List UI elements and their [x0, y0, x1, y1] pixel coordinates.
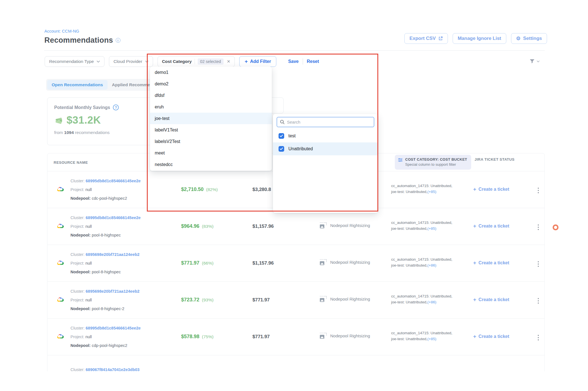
create-ticket-label: Create a ticket — [478, 224, 509, 229]
cluster-link[interactable]: 6895698e20bf721aa124eeb2 — [86, 252, 140, 257]
checkbox-checked-icon[interactable] — [279, 133, 284, 139]
dropdown-item[interactable]: labelV1Test — [150, 124, 272, 136]
dropdown-item[interactable]: meet — [150, 147, 272, 159]
viewport-clip — [0, 371, 588, 391]
bucket-option-label: Unattributed — [288, 146, 313, 151]
clear-filter-icon[interactable]: ✕ — [227, 59, 231, 64]
account-breadcrumb[interactable]: Account: CCM-NG — [44, 29, 79, 33]
gcp-icon — [56, 260, 64, 267]
nodepool-icon — [320, 333, 327, 339]
row-menu-button[interactable] — [536, 333, 541, 342]
cash-icon — [54, 116, 64, 124]
filter-recommendation-type[interactable]: Recommendation Type — [45, 56, 104, 67]
create-ticket-button[interactable]: + Create a ticket — [473, 333, 509, 340]
search-input[interactable] — [287, 120, 357, 124]
project-value: null — [85, 187, 92, 192]
dropdown-item[interactable]: joe-test — [150, 113, 272, 124]
save-filter-button[interactable]: Save — [288, 59, 298, 64]
savings-amount: $31.2K — [67, 114, 101, 126]
plus-icon: + — [473, 223, 476, 229]
project-value: null — [85, 335, 92, 339]
recommendation-count: 1094 — [64, 130, 74, 135]
dropdown-item[interactable]: eruh — [150, 101, 272, 113]
row-menu-button[interactable] — [536, 296, 541, 305]
page-title: Recommendations — [44, 36, 113, 45]
monthly-cost-cell: $771.97 — [252, 297, 270, 303]
nodepool-icon — [320, 296, 327, 302]
checkbox-checked-icon[interactable] — [279, 146, 284, 152]
plus-icon: + — [245, 58, 248, 65]
create-ticket-label: Create a ticket — [478, 187, 509, 192]
sliders-icon — [398, 158, 403, 162]
create-ticket-button[interactable]: + Create a ticket — [473, 260, 509, 266]
settings-button[interactable]: ⚙ Settings — [511, 33, 547, 44]
manage-ignore-list-button[interactable]: Manage Ignore List — [453, 33, 506, 44]
chevron-down-icon — [537, 60, 540, 62]
nodepool-icon — [320, 259, 327, 265]
tab-open-recommendations[interactable]: Open Recommendations — [47, 80, 108, 90]
column-header-cost-category[interactable]: COST CATEGORY: COST BUCKET Special colum… — [395, 155, 471, 170]
more-buckets-link[interactable]: (+86) — [427, 300, 436, 304]
export-csv-button[interactable]: Export CSV — [404, 33, 448, 44]
cluster-link[interactable]: 68995db8d1c854666145ee2e — [86, 215, 141, 220]
resource-type-cell: Nodepool Rightsizing — [320, 296, 370, 302]
search-icon — [280, 120, 285, 124]
gcp-icon — [56, 333, 64, 341]
dropdown-item[interactable]: dfdsf — [150, 90, 272, 101]
plus-icon: + — [473, 186, 476, 192]
monthly-savings-cell: $771.97 (66%) — [181, 260, 213, 266]
bucket-option[interactable]: test — [273, 129, 378, 142]
create-ticket-button[interactable]: + Create a ticket — [473, 297, 509, 303]
more-buckets-link[interactable]: (+85) — [427, 337, 436, 341]
dropdown-item[interactable]: labelsV2Test — [150, 136, 272, 147]
more-buckets-link[interactable]: (+85) — [427, 190, 436, 194]
monthly-savings-cell: $723.72 (93%) — [181, 297, 213, 303]
cost-bucket-cell: cc_automation_14715: Unattributed, joe-t… — [391, 183, 475, 195]
cluster-link[interactable]: 68995db8d1c854666145ee2e — [86, 326, 141, 330]
monthly-savings-cell: $578.98 (75%) — [181, 334, 213, 340]
row-menu-button[interactable] — [536, 223, 541, 232]
filter-cost-category[interactable]: Cost Category 02 selected ✕ — [158, 56, 235, 67]
recommendations-page: Account: CCM-NG Recommendations i Export… — [0, 0, 588, 391]
row-menu-button[interactable] — [536, 260, 541, 269]
gcp-icon — [56, 186, 64, 194]
help-icon[interactable]: ? — [113, 104, 119, 110]
monthly-cost-cell: $3,280.8 — [252, 187, 271, 192]
dropdown-item[interactable]: demo1 — [150, 67, 272, 78]
resource-type-cell: Nodepool Rightsizing — [320, 333, 370, 339]
monthly-savings-cell: $2,710.50 (82%) — [181, 187, 218, 192]
plus-icon: + — [473, 260, 476, 266]
info-icon[interactable]: i — [116, 38, 120, 43]
column-header-jira-status: JIRA TICKET STATUS — [475, 157, 514, 162]
gcp-icon — [56, 223, 64, 230]
header-divider — [44, 50, 545, 51]
cost-bucket-cell: cc_automation_14715: Unattributed, joe-t… — [391, 256, 475, 268]
cluster-link[interactable]: 68995db8d1c854666145ee2e — [86, 179, 141, 183]
cluster-link[interactable]: 6895698e20bf721aa124eeb2 — [86, 289, 140, 294]
add-filter-button[interactable]: + Add Filter — [239, 56, 276, 67]
gcp-icon — [56, 296, 64, 304]
dropdown-item[interactable]: demo2 — [150, 78, 272, 90]
funnel-icon — [529, 58, 535, 65]
monthly-cost-cell: $1,157.96 — [252, 260, 274, 266]
create-ticket-label: Create a ticket — [478, 334, 509, 339]
chevron-down-icon — [145, 60, 149, 63]
row-menu-button[interactable] — [536, 186, 541, 195]
notification-dot — [553, 224, 559, 230]
table-row: Cluster: 68995db8d1c854666145ee2e Projec… — [47, 208, 544, 245]
table-row: Cluster: 68995db8d1c854666145ee2e Projec… — [47, 318, 544, 355]
more-buckets-link[interactable]: (+85) — [427, 226, 436, 231]
reset-filter-button[interactable]: Reset — [307, 59, 319, 64]
filter-panel-button[interactable] — [529, 58, 540, 65]
dropdown-item[interactable]: nestedcc — [150, 159, 272, 170]
bucket-option[interactable]: Unattributed — [273, 142, 378, 155]
create-ticket-button[interactable]: + Create a ticket — [473, 223, 509, 229]
more-buckets-link[interactable]: (+86) — [427, 263, 436, 267]
nodepool-value: pool-8-highspec — [92, 233, 121, 237]
monthly-cost-cell: $771.97 — [252, 334, 270, 340]
cost-bucket-cell: cc_automation_14715: Unattributed, joe-t… — [391, 330, 475, 342]
gear-icon: ⚙ — [516, 35, 521, 42]
create-ticket-button[interactable]: + Create a ticket — [473, 186, 509, 192]
filter-cloud-provider[interactable]: Cloud Provider — [109, 56, 153, 67]
nodepool-value: cdc-pool-highspec2 — [92, 196, 127, 201]
